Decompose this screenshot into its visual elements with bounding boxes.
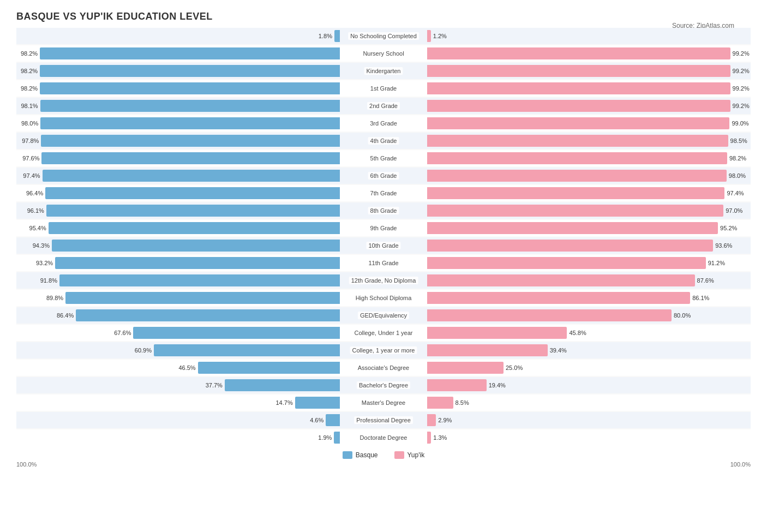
row-label: Bachelor's Degree <box>357 381 410 389</box>
bar-left-value: 86.4% <box>57 312 74 319</box>
bar-right <box>427 379 487 391</box>
table-row: 97.6% 5th Grade 98.2% <box>16 150 751 166</box>
bar-right-container: 80.0% <box>384 307 751 324</box>
bar-right-value: 99.2% <box>733 85 750 92</box>
bar-left-container: 98.0% <box>16 115 384 131</box>
bar-right <box>427 309 672 321</box>
row-label: 6th Grade <box>368 172 399 180</box>
bar-right-container: 39.4% <box>384 342 751 358</box>
bar-right-container: 99.2% <box>384 45 751 62</box>
bar-right-value: 25.0% <box>506 364 523 371</box>
table-row: 86.4% GED/Equivalency 80.0% <box>16 307 751 324</box>
bar-left <box>41 135 340 147</box>
row-label: 8th Grade <box>368 207 399 214</box>
bar-left-value: 98.2% <box>21 85 38 92</box>
bar-right-value: 1.2% <box>433 33 450 39</box>
bar-left-container: 94.3% <box>16 237 384 254</box>
bar-left <box>65 292 340 304</box>
bar-left <box>52 240 340 252</box>
bar-left-value: 60.9% <box>135 347 152 354</box>
row-label: 9th Grade <box>368 224 399 232</box>
bar-right <box>427 222 718 234</box>
bar-left-container: 86.4% <box>16 307 384 324</box>
bar-right-container: 86.1% <box>384 290 751 306</box>
bar-left <box>334 432 340 444</box>
bar-right <box>427 117 729 129</box>
row-label: 4th Grade <box>368 137 399 145</box>
bar-right-container: 99.2% <box>384 98 751 114</box>
bar-right <box>427 274 695 286</box>
table-row: 37.7% Bachelor's Degree 19.4% <box>16 377 751 393</box>
legend-basque-label: Basque <box>356 451 378 459</box>
bar-left-container: 95.4% <box>16 220 384 236</box>
table-row: 91.8% 12th Grade, No Diploma 87.6% <box>16 272 751 289</box>
bar-right-value: 99.2% <box>733 68 750 74</box>
bar-right <box>427 257 706 269</box>
bar-right-container: 97.0% <box>384 202 751 219</box>
bar-right-container: 99.0% <box>384 115 751 131</box>
table-row: 98.2% Kindergarten 99.2% <box>16 63 751 79</box>
bar-right-container: 19.4% <box>384 377 751 393</box>
table-row: 98.2% 1st Grade 99.2% <box>16 80 751 97</box>
bar-right-value: 80.0% <box>674 312 691 319</box>
row-label: College, Under 1 year <box>352 329 415 337</box>
bar-right <box>427 170 727 182</box>
row-label: College, 1 year or more <box>350 346 417 354</box>
bar-right-container: 91.2% <box>384 255 751 271</box>
bar-right-value: 19.4% <box>489 382 506 388</box>
legend-yupik-box <box>394 451 404 459</box>
bar-left-container: 97.6% <box>16 150 384 166</box>
bar-right-value: 99.2% <box>733 103 750 109</box>
row-label: 11th Grade <box>366 259 400 267</box>
bar-left-value: 93.2% <box>36 260 53 266</box>
bar-right-value: 87.6% <box>697 277 714 284</box>
table-row: 67.6% College, Under 1 year 45.8% <box>16 325 751 341</box>
bar-right-value: 86.1% <box>692 295 709 301</box>
bar-right <box>427 362 504 374</box>
table-row: 4.6% Professional Degree 2.9% <box>16 412 751 428</box>
bar-left-container: 67.6% <box>16 325 384 341</box>
bar-right <box>427 327 567 339</box>
table-row: 98.2% Nursery School 99.2% <box>16 45 751 62</box>
table-row: 98.1% 2nd Grade 99.2% <box>16 98 751 114</box>
bar-right <box>427 30 431 42</box>
bar-right-value: 95.2% <box>720 225 737 231</box>
bar-left-container: 1.8% <box>16 28 384 44</box>
bar-right <box>427 187 724 199</box>
bar-right-container: 93.6% <box>384 237 751 254</box>
bar-left <box>133 327 340 339</box>
bar-left-container: 14.7% <box>16 394 384 411</box>
bar-left <box>41 152 340 164</box>
bar-right-value: 97.0% <box>726 207 742 214</box>
bar-left-container: 98.2% <box>16 45 384 62</box>
bar-right <box>427 414 436 426</box>
legend-basque-box <box>343 451 352 459</box>
table-row: 98.0% 3rd Grade 99.0% <box>16 115 751 131</box>
bar-left <box>46 205 340 217</box>
bar-right-value: 99.2% <box>733 50 750 57</box>
row-label: Master's Degree <box>359 399 408 407</box>
bar-left-container: 97.8% <box>16 133 384 149</box>
bar-right <box>427 82 730 94</box>
bar-left-value: 98.2% <box>21 50 38 57</box>
bar-left-value: 98.0% <box>21 120 38 127</box>
bar-left-container: 4.6% <box>16 412 384 428</box>
table-row: 96.4% 7th Grade 97.4% <box>16 185 751 201</box>
bar-left-container: 91.8% <box>16 272 384 289</box>
row-label: 12th Grade, No Diploma <box>349 277 418 284</box>
bar-right-container: 99.2% <box>384 80 751 97</box>
bar-right <box>427 47 730 59</box>
table-row: 96.1% 8th Grade 97.0% <box>16 202 751 219</box>
bar-left-container: 98.1% <box>16 98 384 114</box>
bar-left-value: 96.4% <box>26 190 43 196</box>
bar-right-container: 87.6% <box>384 272 751 289</box>
bar-left-value: 1.8% <box>316 33 332 39</box>
bar-left-container: 37.7% <box>16 377 384 393</box>
table-row: 14.7% Master's Degree 8.5% <box>16 394 751 411</box>
table-row: 97.4% 6th Grade 98.0% <box>16 168 751 184</box>
axis-labels: 100.0% 100.0% <box>16 461 751 468</box>
bar-left <box>76 309 340 321</box>
bar-left <box>40 82 340 94</box>
bar-left-container: 98.2% <box>16 63 384 79</box>
table-row: 95.4% 9th Grade 95.2% <box>16 220 751 236</box>
